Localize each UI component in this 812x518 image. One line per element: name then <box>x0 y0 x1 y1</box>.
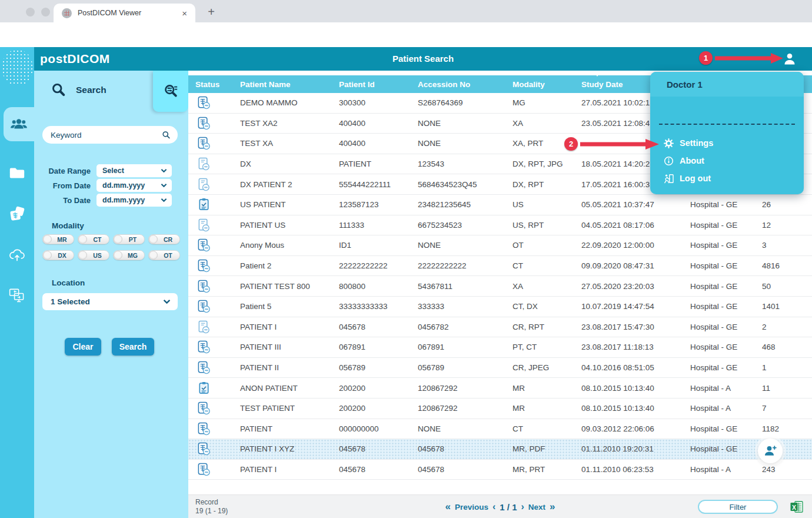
tab-advanced-search[interactable] <box>153 71 188 112</box>
column-header-patient-id[interactable]: Patient Id <box>339 80 418 89</box>
modality-toggle-mg[interactable]: MG <box>113 250 145 260</box>
nav-image-archive[interactable] <box>0 201 34 227</box>
table-row[interactable]: PATIENT I 045678 0456782 CR, RPT 23.08.2… <box>188 317 812 338</box>
modality-toggle-cr[interactable]: CR <box>148 234 180 244</box>
table-row[interactable]: Anony Mous ID1 NONE OT 22.09.2020 12:00:… <box>188 235 812 256</box>
modality-toggle-dx[interactable]: DX <box>42 250 74 260</box>
modality-cell: DX, RPT, JPG <box>513 160 581 168</box>
status-cell <box>195 157 240 171</box>
menu-separator <box>659 124 795 125</box>
modality-toggle-mr[interactable]: MR <box>42 234 74 244</box>
modality-toggle-ct[interactable]: CT <box>78 234 109 244</box>
document-signed-status-icon <box>197 320 211 334</box>
modality-toggle-pt[interactable]: PT <box>113 234 145 244</box>
column-header-patient-name[interactable]: Patient Name <box>240 80 339 89</box>
table-row[interactable]: US PATIENT 123587123 234821235645 US 05.… <box>188 195 812 215</box>
toggle-knob <box>149 251 158 260</box>
modality-cell: MG <box>513 98 581 107</box>
browser-toolbar: germany.postdicom.com/Viewer/Main <box>0 22 812 47</box>
table-row[interactable]: Patient 2 22222222222 22222222222 CT 09.… <box>188 256 812 277</box>
table-row[interactable]: TEST PATIENT 200200 120867292 MR 08.10.2… <box>188 399 812 419</box>
window-close-dot[interactable] <box>26 8 35 16</box>
clipboard-check-status-icon <box>197 381 211 396</box>
browser-tab[interactable]: PostDICOM Viewer × <box>54 4 195 22</box>
table-row[interactable]: PATIENT I XYZ 045678 045678 MR, PDF 01.1… <box>188 439 812 460</box>
modality-toggle-ot[interactable]: OT <box>148 250 180 260</box>
tab-basic-search[interactable]: Search <box>34 73 152 107</box>
image-count-cell: 2 <box>762 323 812 331</box>
table-row[interactable]: PATIENT 000000000 NONE CT 09.03.2012 22:… <box>188 419 812 440</box>
window-minimize-dot[interactable] <box>41 8 50 16</box>
status-cell <box>195 381 240 396</box>
tab-close-icon[interactable]: × <box>179 8 189 18</box>
accession-no-cell: NONE <box>418 119 513 128</box>
table-row[interactable]: PATIENT US 111333 6675234523 US, RPT 04.… <box>188 215 812 236</box>
status-cell <box>195 462 240 477</box>
status-cell <box>195 238 240 253</box>
user-name: Doctor 1 <box>667 79 703 89</box>
nav-patient-search[interactable] <box>4 107 34 141</box>
column-header-status[interactable]: Status <box>195 80 240 89</box>
column-header-accession-no[interactable]: Accession No <box>418 80 513 89</box>
location-cell: Hospital - GE <box>690 424 762 433</box>
date-range-select[interactable]: Select <box>96 164 172 177</box>
patient-name-cell: PATIENT I <box>240 323 339 331</box>
menu-item-about[interactable]: About <box>650 152 804 170</box>
accession-no-cell: NONE <box>418 424 513 433</box>
from-date-select[interactable]: dd.mm.yyyy <box>96 179 172 192</box>
nav-upload[interactable] <box>0 241 34 267</box>
study-date-cell: 04.10.2016 08:51:05 <box>581 363 690 372</box>
keyword-search-icon[interactable] <box>162 131 171 140</box>
location-cell: Hospital - GE <box>690 363 762 372</box>
add-patient-floating-button[interactable] <box>758 439 783 463</box>
modality-toggle-us[interactable]: US <box>78 250 109 260</box>
excel-export-icon[interactable]: X <box>790 500 804 514</box>
keyword-search-field[interactable] <box>42 126 178 144</box>
study-date-cell: 08.10.2015 10:13:40 <box>581 404 690 413</box>
accession-no-cell: 120867292 <box>418 384 513 393</box>
study-date-cell: 04.05.2021 08:17:06 <box>581 221 690 230</box>
svg-text:X: X <box>792 504 796 511</box>
column-header-modality[interactable]: Modality <box>513 80 581 89</box>
table-row[interactable]: PATIENT II 056789 056789 CR, JPEG 04.10.… <box>188 358 812 378</box>
search-button[interactable]: Search <box>112 338 154 356</box>
patient-id-cell: 22222222222 <box>339 261 418 270</box>
study-date-cell: 27.05.2020 23:20:03 <box>581 282 690 291</box>
accession-no-cell: 056789 <box>418 363 513 372</box>
menu-item-logout[interactable]: Log out <box>650 170 804 187</box>
to-date-select[interactable]: dd.mm.yyyy <box>96 194 172 207</box>
clear-button[interactable]: Clear <box>65 338 101 356</box>
modality-cell: MR, PDF <box>513 444 581 453</box>
next-button[interactable]: Next <box>528 503 545 512</box>
location-cell: Hospital - A <box>690 384 762 393</box>
nav-share-transfer[interactable] <box>0 283 34 308</box>
patient-name-cell: PATIENT US <box>240 221 339 230</box>
previous-button[interactable]: Previous <box>455 503 488 512</box>
last-page-button[interactable]: » <box>550 501 555 513</box>
gear-icon <box>663 138 674 149</box>
patient-id-cell: 123587123 <box>339 200 418 209</box>
location-select[interactable]: 1 Selected <box>42 293 178 310</box>
menu-item-settings[interactable]: Settings <box>650 134 804 152</box>
new-tab-button[interactable]: + <box>204 5 219 18</box>
nav-folders[interactable] <box>0 160 34 186</box>
filter-button[interactable]: Filter <box>698 500 778 514</box>
table-row[interactable]: PATIENT III 067891 067891 PT, CT 23.08.2… <box>188 337 812 358</box>
date-range-label: Date Range <box>34 167 96 175</box>
location-cell: Hospital - A <box>690 465 762 474</box>
table-row[interactable]: ANON PATIENT 200200 120867292 MR 08.10.2… <box>188 378 812 399</box>
table-row[interactable]: PATIENT TEST 800 800800 54367811 XA 27.0… <box>188 276 812 297</box>
report-signed-status-icon <box>197 136 211 151</box>
keyword-input[interactable] <box>51 131 162 140</box>
user-account-icon[interactable] <box>783 52 797 66</box>
search-tab-icon <box>51 82 66 98</box>
browser-tab-strip: PostDICOM Viewer × + <box>0 0 812 22</box>
next-page-chevron[interactable]: › <box>521 502 524 512</box>
accession-no-cell: 123543 <box>418 160 513 168</box>
study-date-cell: 22.09.2020 12:00:00 <box>581 241 690 250</box>
previous-page-chevron[interactable]: ‹ <box>492 502 495 512</box>
table-row[interactable]: Patient 5 33333333333 333333 CT, DX 10.0… <box>188 297 812 317</box>
table-row[interactable]: PATIENT I 045678 045678 MR, PRT 01.11.20… <box>188 460 812 480</box>
first-page-button[interactable]: « <box>445 501 450 513</box>
report-signed-status-icon <box>197 116 211 131</box>
